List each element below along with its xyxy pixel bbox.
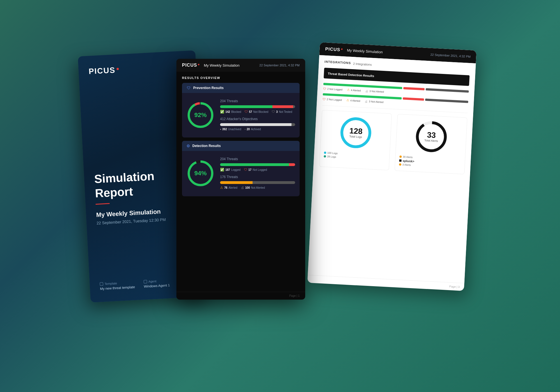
blocked-icon: ✅ xyxy=(220,110,224,114)
not-blocked-count: 57 xyxy=(249,110,252,113)
not-logged-item-1b: 🛡 2 Not Logged xyxy=(323,97,342,102)
detection-card: ⚙ Detection Results 94% 204 Threats xyxy=(182,141,300,196)
right-logo-text: PICUS xyxy=(325,46,340,52)
alerted-count: 76 xyxy=(224,186,227,189)
detection-threats-label: 204 Threats xyxy=(220,157,295,161)
logs-number: 128 xyxy=(349,127,363,135)
not-alerted-label-1b: 3 Not Alerted xyxy=(369,100,383,104)
alerted-icon: ⚠ xyxy=(220,186,223,190)
results-overview-label: RESULTS OVERVIEW xyxy=(182,76,300,80)
unachieved-icon: ▪ xyxy=(220,128,221,131)
alerts-color-dot-1 xyxy=(399,155,402,158)
detection-details: 204 Threats ✅ 187 Logged xyxy=(220,157,295,190)
logged-text: Logged xyxy=(231,168,241,171)
unachieved-count: 392 xyxy=(222,128,227,131)
main-picus-logo: PICUS xyxy=(182,63,199,68)
alerted-item-1b: ⚠ 4 Alerted xyxy=(346,98,360,103)
not-logged-icon-1b: 🛡 xyxy=(323,97,326,101)
integrations-label: INTEGRATIONS xyxy=(325,60,351,65)
unachieved-text: Unachived xyxy=(228,128,241,131)
not-alerted-icon-1: 🖨 xyxy=(365,89,368,93)
right-header-date: 22 September 2021, 4:32 PM xyxy=(430,53,471,59)
achieved-count: 20 xyxy=(247,128,250,131)
detection-card-header: ⚙ Detection Results xyxy=(182,141,300,151)
prevention-progress-bar xyxy=(220,105,295,108)
achieved-icon: ▪ xyxy=(245,128,246,131)
not-blocked-icon: 🛡 xyxy=(244,110,248,114)
not-alerted-text: Not Alerted xyxy=(251,186,265,189)
alerts-detail-label-3: 3 Alerts xyxy=(402,163,411,167)
main-page: PICUS My Weekly Simulation 22 September … xyxy=(176,59,305,300)
template-value: My new threat template xyxy=(100,285,135,291)
prevention-card: 🛡 Prevention Results 92% xyxy=(182,83,300,137)
alerted-legend-item: ⚠ 76 Alerted xyxy=(220,186,237,190)
not-logged-icon: 🛡 xyxy=(244,168,247,172)
agent-icon xyxy=(144,280,147,284)
agent-value: Windows Agent 1 xyxy=(144,283,170,289)
not-blocked-text: Not Blocked xyxy=(253,110,268,113)
bar-not-logged-1b xyxy=(403,97,424,101)
logs-donut-wrapper: 128 Total Logs xyxy=(338,115,374,150)
blocked-text: Blocked xyxy=(231,110,241,113)
not-alerted-segment xyxy=(253,181,295,184)
not-logged-count: 17 xyxy=(248,168,251,171)
blocked-segment xyxy=(220,105,272,108)
achieved-text: Achived xyxy=(251,128,261,131)
alerts-donut-wrapper: 33 Total Alerts xyxy=(414,119,449,154)
alerts-color-dot-3 xyxy=(399,163,401,165)
logs-detail-label-2: 28 Logs xyxy=(327,155,336,158)
bar-filler-1 xyxy=(426,88,469,93)
alerted-segment xyxy=(220,181,253,184)
detection-donut-section: 94% 204 Threats ✅ 187 xyxy=(186,154,295,192)
achieved-legend: ▪ 20 Achived xyxy=(245,128,261,131)
not-alerted-item-1: 🖨 3 Not Alerted xyxy=(365,89,384,93)
alerted-progress-bar xyxy=(220,181,295,184)
doc-icon xyxy=(100,282,103,286)
alerts-detail-label-1: 30 Alerts xyxy=(403,155,413,159)
cover-divider xyxy=(95,203,109,205)
logged-icon: ✅ xyxy=(220,168,224,172)
detection-score: 94% xyxy=(194,170,207,177)
not-alerted-count: 100 xyxy=(245,186,250,189)
not-blocked-legend: 🛡 57 Not Blocked xyxy=(244,110,268,114)
alerts-details: 30 Alerts splunk> 3 Alerts xyxy=(399,155,461,170)
unachieved-legend: ▪ 392 Unachived xyxy=(220,128,241,131)
logs-center: 128 Total Logs xyxy=(349,127,363,138)
not-logged-label-1: 2 Not Logged xyxy=(327,87,342,91)
alerts-number: 33 xyxy=(424,131,438,139)
main-header-title: My Weekly Simulation xyxy=(204,63,240,67)
objectives-progress-bar xyxy=(220,123,295,126)
not-alerted-item-1b: 🖨 3 Not Alerted xyxy=(365,99,384,104)
prevention-card-header: 🛡 Prevention Results xyxy=(182,83,300,93)
not-alerted-icon: 🖨 xyxy=(241,186,244,190)
not-tested-segment xyxy=(293,105,295,108)
logs-color-dot-1 xyxy=(324,151,326,154)
alerted-label-1b: 4 Alerted xyxy=(350,99,360,102)
objectives-legend: ▪ 392 Unachived ▪ 20 Achived xyxy=(220,128,295,131)
shield-icon: 🛡 xyxy=(186,86,191,90)
not-tested-icon: 🛡 xyxy=(272,110,275,114)
detection-bars-1: 🛡 2 Not Logged ⚠ 4 Alerted 🖨 3 Not Alert… xyxy=(323,83,469,108)
right-header-title: My Weekly Simulation xyxy=(347,48,383,54)
not-logged-text: Not Logged xyxy=(253,168,267,171)
detection-row-1: 🛡 2 Not Logged ⚠ 4 Alerted 🖨 3 Not Alert… xyxy=(322,83,469,113)
not-alerted-icon-1b: 🖨 xyxy=(365,99,368,103)
main-logo-text: PICUS xyxy=(182,63,197,68)
prevention-score: 92% xyxy=(194,111,207,119)
logs-label: Total Logs xyxy=(349,135,362,138)
logged-legend-item: ✅ 187 Logged xyxy=(220,168,241,172)
not-blocked-segment xyxy=(272,105,293,108)
logs-detail-label-1: 100 Logs xyxy=(327,151,338,155)
right-picus-logo: PICUS xyxy=(325,46,343,52)
logged-legend: ✅ 187 Logged 🛡 17 Not Logged xyxy=(220,168,295,172)
logged-progress-bar xyxy=(220,163,295,166)
right-page-content: INTEGRATIONS 2 Integrations Threat Based… xyxy=(308,55,476,283)
detection-threats2-label: 176 Threats xyxy=(220,175,295,179)
detection-card-title: Detection Results xyxy=(192,144,221,148)
total-alerts-card: 33 Total Alerts 30 Alerts splunk> xyxy=(395,114,467,174)
cover-logo-text: PICUS xyxy=(88,66,116,76)
prevention-card-title: Prevention Results xyxy=(193,86,224,90)
logs-details: 100 Logs 28 Logs xyxy=(324,151,386,162)
not-logged-label-1b: 2 Not Logged xyxy=(327,98,342,101)
detection-donut-wrapper: 94% xyxy=(186,159,214,187)
